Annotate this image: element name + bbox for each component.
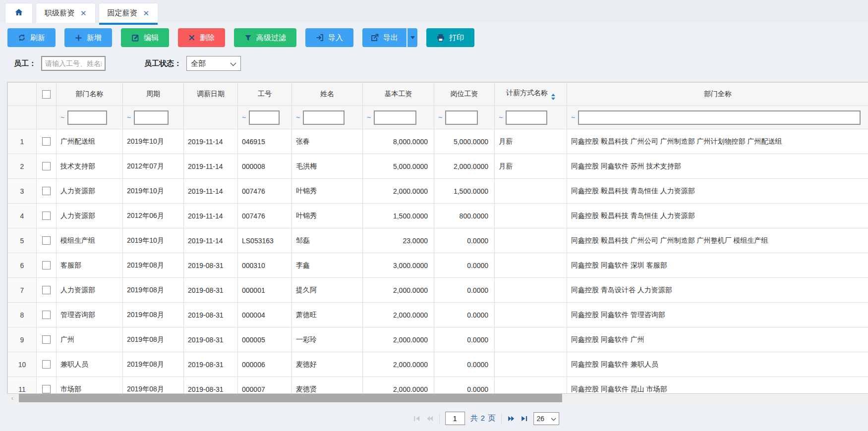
filter-input-emp_no[interactable] xyxy=(249,110,280,125)
table-row[interactable]: 9广州2019年08月2019-08-31000005一彩玲2,000.0000… xyxy=(8,327,868,352)
row-checkbox[interactable] xyxy=(42,212,51,220)
employee-label: 员工： xyxy=(14,59,36,68)
filter-input-name[interactable] xyxy=(303,110,345,125)
filter-icon xyxy=(244,34,252,42)
prev-page-icon[interactable] xyxy=(426,415,434,422)
toolbar-button-export[interactable]: 导出 xyxy=(362,28,406,47)
toolbar-button-close[interactable]: 删除 xyxy=(178,28,225,47)
row-checkbox[interactable] xyxy=(42,335,51,344)
row-checkbox[interactable] xyxy=(42,286,51,294)
row-select-cell xyxy=(37,129,57,154)
col-header-dept[interactable]: 部门名称 xyxy=(57,83,123,106)
filter-input-pay_method[interactable] xyxy=(506,110,547,125)
col-header-adjust_date[interactable]: 调薪日期 xyxy=(184,83,238,106)
row-checkbox[interactable] xyxy=(42,360,51,369)
cell-dept_full: 同鑫控股 同鑫软件 广州 xyxy=(567,327,868,352)
tab-rank-salary[interactable]: 职级薪资 ✕ xyxy=(36,3,96,23)
table-row[interactable]: 4人力资源部2012年06月2019-11-14007476叶锦秀1,500.0… xyxy=(8,204,868,228)
filter-input-post_salary[interactable] xyxy=(445,110,478,125)
tab-home[interactable] xyxy=(5,3,33,23)
cell-dept: 人力资源部 xyxy=(57,179,123,204)
row-checkbox[interactable] xyxy=(42,261,51,269)
employee-status-select[interactable]: 全部 xyxy=(186,56,241,71)
col-header-pay_method[interactable]: 计薪方式名称 xyxy=(495,83,567,106)
toolbar-button-filter[interactable]: 高级过滤 xyxy=(234,28,296,47)
cell-base_salary: 2,000.0000 xyxy=(363,352,434,377)
cell-dept: 兼职人员 xyxy=(57,352,123,377)
row-checkbox[interactable] xyxy=(42,385,51,393)
row-select-cell xyxy=(37,303,57,327)
cell-pay_method xyxy=(495,278,567,303)
tab-label: 职级薪资 xyxy=(45,8,74,18)
refresh-icon xyxy=(18,34,26,42)
employee-search-input[interactable] xyxy=(41,56,106,71)
cell-post_salary: 0.0000 xyxy=(434,253,495,278)
sort-icon[interactable] xyxy=(551,94,555,100)
next-page-icon[interactable] xyxy=(507,415,515,422)
col-header-dept_full[interactable]: 部门全称 xyxy=(567,83,868,106)
col-header-base_salary[interactable]: 基本工资 xyxy=(363,83,434,106)
filter-cell-post_salary: ~ xyxy=(434,106,495,129)
toolbar-button-refresh[interactable]: 刷新 xyxy=(7,28,56,47)
edit-icon xyxy=(131,34,139,42)
export-dropdown-caret[interactable] xyxy=(407,28,417,47)
print-icon xyxy=(437,34,445,42)
table-row[interactable]: 8管理咨询部2019年08月2019-08-31000004萧德旺2,000.0… xyxy=(8,303,868,327)
table-row[interactable]: 2技术支持部2012年07月2019-11-14000008毛洪梅5,000.0… xyxy=(8,154,868,179)
row-checkbox[interactable] xyxy=(42,187,51,195)
row-checkbox[interactable] xyxy=(42,236,51,245)
employee-status-label: 员工状态： xyxy=(144,59,181,68)
cell-base_salary: 5,000.0000 xyxy=(363,154,434,179)
filter-input-dept[interactable] xyxy=(67,110,107,125)
export-split-button: 导出 xyxy=(362,28,417,47)
row-checkbox[interactable] xyxy=(42,162,51,170)
toolbar-button-edit[interactable]: 编辑 xyxy=(121,28,169,47)
row-number: 8 xyxy=(8,303,37,327)
cell-pay_method xyxy=(495,352,567,377)
table-row[interactable]: 10兼职人员2019年08月2019-08-31000006麦德好2,000.0… xyxy=(8,352,868,377)
table-row[interactable]: 3人力资源部2019年10月2019-11-14007476叶锦秀2,000.0… xyxy=(8,179,868,204)
cell-post_salary: 2,000.0000 xyxy=(434,154,495,179)
select-all-checkbox[interactable] xyxy=(42,90,51,99)
toolbar-button-print[interactable]: 打印 xyxy=(426,28,474,47)
filter-input-dept_full[interactable] xyxy=(578,110,861,125)
scrollbar-thumb[interactable] xyxy=(19,394,562,402)
toolbar-button-plus[interactable]: 新增 xyxy=(64,28,112,47)
cell-dept: 广州 xyxy=(57,327,123,352)
first-page-icon[interactable] xyxy=(413,415,420,422)
row-checkbox[interactable] xyxy=(42,137,51,146)
toolbar-button-import[interactable]: 导入 xyxy=(305,28,353,47)
table-row[interactable]: 5模组生产组2019年10月2019-11-14LS053163邹磊23.000… xyxy=(8,228,868,253)
table-row[interactable]: 11市场部2019年08月2019-08-31000007麦德贤2,000.00… xyxy=(8,377,868,394)
filter-input-base_salary[interactable] xyxy=(374,110,416,125)
tab-bar: 职级薪资 ✕ 固定薪资 ✕ xyxy=(0,0,868,23)
row-number: 7 xyxy=(8,278,37,303)
table-row[interactable]: 1广州配送组2019年10月2019-11-14046915张春8,000.00… xyxy=(8,129,868,154)
cell-dept: 管理咨询部 xyxy=(57,303,123,327)
close-icon[interactable]: ✕ xyxy=(143,9,150,18)
row-number: 6 xyxy=(8,253,37,278)
last-page-icon[interactable] xyxy=(521,415,528,422)
cell-period: 2019年08月 xyxy=(123,253,184,278)
filter-cell-emp_no: ~ xyxy=(238,106,292,129)
col-header-name[interactable]: 姓名 xyxy=(292,83,363,106)
row-number-header xyxy=(8,83,37,106)
filter-input-period[interactable] xyxy=(134,110,169,125)
import-icon xyxy=(316,34,324,42)
cell-period: 2019年08月 xyxy=(123,352,184,377)
tilde-label: ~ xyxy=(242,113,246,121)
col-header-post_salary[interactable]: 岗位工资 xyxy=(434,83,495,106)
cell-adjust_date: 2019-11-14 xyxy=(184,204,238,228)
col-header-emp_no[interactable]: 工号 xyxy=(238,83,292,106)
table-row[interactable]: 6客服部2019年08月2019-08-31000310李鑫3,000.0000… xyxy=(8,253,868,278)
col-header-period[interactable]: 周期 xyxy=(123,83,184,106)
filter-cell-empty xyxy=(8,106,37,129)
close-icon[interactable]: ✕ xyxy=(80,9,87,18)
scroll-left-arrow-icon[interactable]: ‹ xyxy=(7,394,18,402)
table-row[interactable]: 7人力资源部2019年08月2019-08-31000001提久阿2,000.0… xyxy=(8,278,868,303)
cell-adjust_date: 2019-11-14 xyxy=(184,129,238,154)
page-number-input[interactable] xyxy=(445,412,465,425)
tab-fixed-salary[interactable]: 固定薪资 ✕ xyxy=(99,3,159,23)
page-size-select[interactable]: 26 xyxy=(533,412,559,425)
row-checkbox[interactable] xyxy=(42,311,51,319)
